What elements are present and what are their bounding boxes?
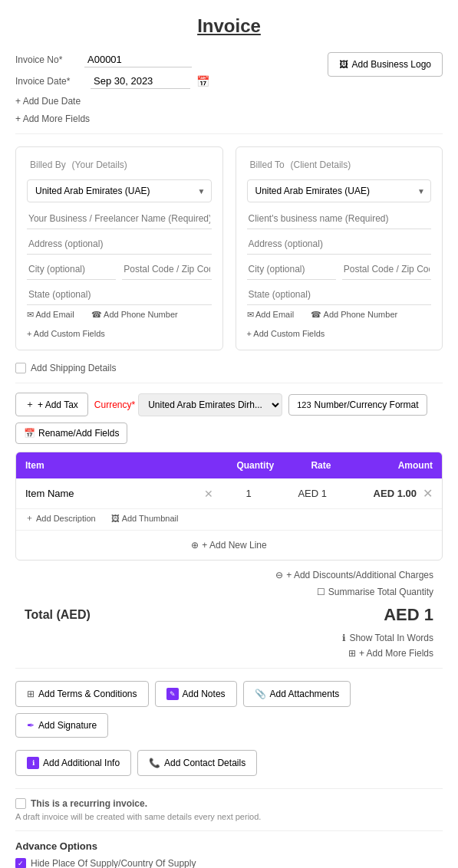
clip-icon: 📎	[255, 689, 266, 699]
billed-to-name-input[interactable]	[247, 209, 432, 229]
plus-small-icon: ＋	[25, 512, 34, 524]
add-thumbnail-link[interactable]: 🖼 Add Thumbnail	[111, 514, 179, 523]
hide-supply-label: Hide Place Of Supply/Country Of Supply	[31, 858, 196, 868]
billed-to-city-input[interactable]	[247, 259, 336, 280]
add-signature-button[interactable]: ✒ Add Signature	[15, 713, 108, 738]
shipping-label: Add Shipping Details	[31, 363, 116, 373]
add-attachments-button[interactable]: 📎 Add Attachments	[243, 681, 351, 707]
billed-to-address-input[interactable]	[247, 234, 432, 255]
rename-fields-button[interactable]: 📅 Rename/Add Fields	[15, 422, 127, 444]
billed-by-city-input[interactable]	[27, 259, 116, 280]
shipping-row: Add Shipping Details	[15, 363, 443, 373]
billed-to-header: Billed To (Client Details)	[247, 158, 432, 170]
col-rate-header: Rate	[288, 460, 354, 471]
recurring-description: A draft invoice will be created with sam…	[15, 812, 443, 821]
plus-box-icon: ⊞	[348, 648, 356, 659]
add-business-logo-button[interactable]: 🖼 Add Business Logo	[328, 52, 443, 77]
billed-to-state-input[interactable]	[247, 284, 432, 305]
billed-by-address-input[interactable]	[27, 234, 212, 255]
summary-add-more-fields-link[interactable]: ⊞ + Add More Fields	[25, 648, 433, 659]
notes-icon: ✎	[166, 688, 179, 700]
add-notes-button[interactable]: ✎ Add Notes	[155, 681, 237, 707]
add-due-date-link[interactable]: + Add Due Date	[15, 96, 81, 107]
billed-by-add-email-link[interactable]: ✉ Add Email	[27, 310, 74, 320]
billed-to-add-phone-link[interactable]: ☎ Add Phone Number	[311, 310, 397, 320]
total-value: AED 1	[384, 605, 433, 625]
plus-circle-icon: ⊕	[191, 540, 199, 551]
option-row-1: ✓ Hide Place Of Supply/Country Of Supply	[15, 858, 443, 868]
number-icon: 123	[297, 400, 311, 409]
recurring-section: This is a recurring invoice. A draft inv…	[15, 798, 443, 821]
billed-by-postal-input[interactable]	[122, 259, 211, 280]
billed-by-name-input[interactable]	[27, 209, 212, 229]
shipping-checkbox[interactable]	[15, 363, 26, 373]
recurring-label: This is a recurring invoice.	[31, 798, 147, 809]
summary-section: ⊖ + Add Discounts/Additional Charges ☐ S…	[15, 570, 443, 659]
advance-options-section: Advance Options ✓ Hide Place Of Supply/C…	[15, 840, 443, 868]
currency-select[interactable]: United Arab Emirates Dirh...	[138, 393, 282, 416]
invoice-no-input[interactable]	[84, 52, 192, 67]
page-title: Invoice	[15, 15, 443, 37]
image-icon: 🖼	[339, 59, 348, 70]
total-row: Total (AED) AED 1	[25, 605, 433, 625]
billed-to-postal-input[interactable]	[342, 259, 431, 280]
remove-item-icon[interactable]: ✕	[423, 486, 433, 501]
phone-icon: 📞	[149, 758, 160, 768]
item-sub-options: ＋ Add Description 🖼 Add Thumbnail	[16, 509, 442, 530]
items-table: Item Quantity Rate Amount ✕ 1 AED 1 AED …	[15, 452, 443, 561]
billed-to-card: Billed To (Client Details) United Arab E…	[236, 146, 443, 350]
invoice-date-label: Invoice Date*	[15, 76, 84, 87]
calendar-small-icon: 📅	[24, 428, 35, 439]
clear-item-icon[interactable]: ✕	[204, 488, 213, 500]
pen-icon: ✒	[27, 720, 35, 731]
item-rate: AED 1	[284, 488, 341, 499]
currency-label: Currency*	[94, 399, 135, 410]
terms-icon: ⊞	[27, 689, 35, 699]
billed-by-card: Billed By (Your Details) United Arab Emi…	[15, 146, 223, 350]
number-format-button[interactable]: 123 Number/Currency Format	[288, 394, 427, 416]
billed-by-header: Billed By (Your Details)	[27, 158, 212, 170]
billed-to-country-select[interactable]: United Arab Emirates (UAE)	[247, 179, 432, 202]
show-total-words-link[interactable]: ℹ Show Total In Words	[25, 633, 433, 643]
invoice-date-input[interactable]	[91, 74, 190, 89]
billed-to-add-email-link[interactable]: ✉ Add Email	[247, 310, 295, 320]
hide-supply-checkbox[interactable]: ✓	[15, 858, 26, 868]
col-qty-header: Quantity	[222, 460, 288, 471]
add-terms-button[interactable]: ⊞ Add Terms & Conditions	[15, 681, 149, 707]
col-amount-header: Amount	[354, 460, 433, 471]
currency-field: Currency* United Arab Emirates Dirh...	[94, 393, 282, 416]
col-item-header: Item	[25, 460, 222, 471]
invoice-no-label: Invoice No*	[15, 54, 84, 65]
bottom-toolbar-2: ℹ Add Additional Info 📞 Add Contact Deta…	[15, 750, 443, 776]
add-tax-button[interactable]: ＋ + Add Tax	[15, 393, 88, 416]
item-amount: AED 1.00	[348, 488, 417, 499]
add-new-line-button[interactable]: ⊕ + Add New Line	[16, 530, 442, 560]
billed-to-add-custom-link[interactable]: + Add Custom Fields	[247, 329, 325, 338]
item-name-input[interactable]	[25, 488, 198, 499]
advance-options-title: Advance Options	[15, 840, 443, 852]
info-box-icon: ℹ	[27, 757, 39, 769]
add-contact-details-button[interactable]: 📞 Add Contact Details	[137, 750, 257, 776]
total-label: Total (AED)	[25, 608, 91, 622]
billed-by-country-select[interactable]: United Arab Emirates (UAE)	[27, 179, 212, 202]
image-small-icon: 🖼	[111, 514, 120, 523]
add-discounts-link[interactable]: ⊖ + Add Discounts/Additional Charges	[25, 570, 433, 580]
summarise-qty-link[interactable]: ☐ Summarise Total Quantity	[25, 587, 433, 597]
discount-icon: ⊖	[275, 570, 283, 580]
add-additional-info-button[interactable]: ℹ Add Additional Info	[15, 750, 131, 776]
calendar-icon[interactable]: 📅	[196, 75, 209, 87]
items-header: Item Quantity Rate Amount	[16, 452, 442, 478]
info-icon: ℹ	[342, 633, 346, 643]
add-description-link[interactable]: ＋ Add Description	[25, 512, 96, 524]
billed-by-add-phone-link[interactable]: ☎ Add Phone Number	[91, 310, 178, 320]
table-row: ✕ 1 AED 1 AED 1.00 ✕	[16, 478, 442, 509]
recurring-checkbox[interactable]	[15, 798, 26, 809]
item-quantity: 1	[219, 488, 277, 499]
invoice-toolbar: ＋ + Add Tax Currency* United Arab Emirat…	[15, 393, 443, 444]
billed-by-add-custom-link[interactable]: + Add Custom Fields	[27, 329, 105, 338]
bottom-toolbar: ⊞ Add Terms & Conditions ✎ Add Notes 📎 A…	[15, 681, 443, 738]
summarise-icon: ☐	[317, 587, 325, 597]
plus-icon: ＋	[25, 398, 35, 411]
billed-by-state-input[interactable]	[27, 284, 212, 305]
add-more-fields-link[interactable]: + Add More Fields	[15, 113, 90, 124]
